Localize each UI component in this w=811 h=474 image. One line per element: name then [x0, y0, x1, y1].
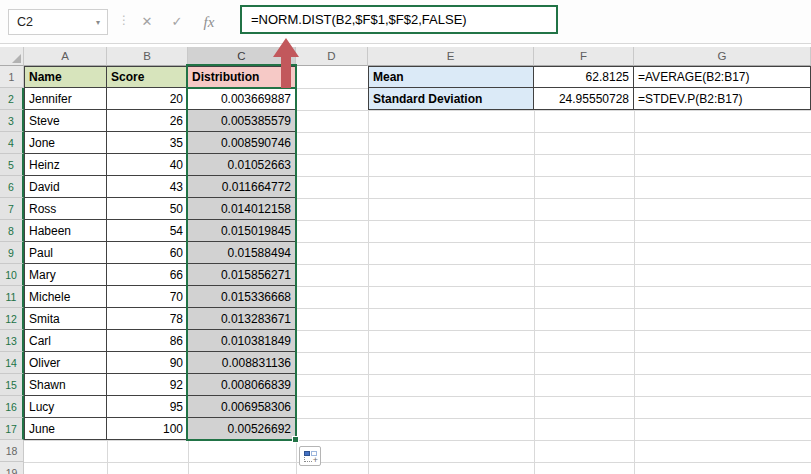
gridline-horizontal — [24, 440, 811, 441]
cell-G1[interactable]: =AVERAGE(B2:B17) — [634, 66, 811, 88]
select-all-triangle-icon — [12, 54, 21, 63]
autofill-plus-icon: + — [313, 456, 318, 465]
cell-F2[interactable]: 24.95550728 — [534, 88, 634, 110]
cell-C7[interactable]: 0.014012158 — [188, 198, 296, 220]
formula-input[interactable]: =NORM.DIST(B2,$F$1,$F$2,FALSE) — [242, 12, 467, 27]
fill-handle[interactable] — [292, 436, 299, 443]
cell-A4[interactable]: Jone — [24, 132, 107, 154]
cell-B7[interactable]: 50 — [107, 198, 188, 220]
cell-A13[interactable]: Carl — [24, 330, 107, 352]
row-header-17[interactable]: 17 — [0, 418, 24, 440]
row-header-5[interactable]: 5 — [0, 154, 24, 176]
cell-C12[interactable]: 0.013283671 — [188, 308, 296, 330]
cell-C14[interactable]: 0.008831136 — [188, 352, 296, 374]
autofill-options-button[interactable]: + — [299, 446, 321, 466]
row-header-4[interactable]: 4 — [0, 132, 24, 154]
cell-A6[interactable]: David — [24, 176, 107, 198]
cell-A17[interactable]: June — [24, 418, 107, 440]
cell-B12[interactable]: 78 — [107, 308, 188, 330]
cell-A11[interactable]: Michele — [24, 286, 107, 308]
cancel-icon[interactable]: ✕ — [135, 10, 159, 34]
row-header-12[interactable]: 12 — [0, 308, 24, 330]
cell-C11[interactable]: 0.015336668 — [188, 286, 296, 308]
cell-A1[interactable]: Name — [24, 66, 107, 88]
cell-B9[interactable]: 60 — [107, 242, 188, 264]
column-header-F[interactable]: F — [534, 47, 634, 66]
row-header-9[interactable]: 9 — [0, 242, 24, 264]
column-header-A[interactable]: A — [24, 47, 107, 66]
row-header-15[interactable]: 15 — [0, 374, 24, 396]
column-header-D[interactable]: D — [296, 47, 368, 66]
autofill-dotted-icon — [304, 457, 312, 462]
cell-C1[interactable]: Distribution — [188, 66, 296, 88]
cell-A10[interactable]: Mary — [24, 264, 107, 286]
excel-window: C2 ▾ ⋮ ✕ ✓ fx =NORM.DIST(B2,$F$1,$F$2,FA… — [0, 0, 811, 474]
cell-C13[interactable]: 0.010381849 — [188, 330, 296, 352]
cell-A2[interactable]: Jennifer — [24, 88, 107, 110]
row-header-16[interactable]: 16 — [0, 396, 24, 418]
cell-B10[interactable]: 66 — [107, 264, 188, 286]
cell-B17[interactable]: 100 — [107, 418, 188, 440]
cell-B14[interactable]: 90 — [107, 352, 188, 374]
cell-A12[interactable]: Smita — [24, 308, 107, 330]
row-header-6[interactable]: 6 — [0, 176, 24, 198]
column-header-C[interactable]: C — [188, 47, 296, 66]
cell-A8[interactable]: Habeen — [24, 220, 107, 242]
cell-B5[interactable]: 40 — [107, 154, 188, 176]
row-header-2[interactable]: 2 — [0, 88, 24, 110]
cell-C17[interactable]: 0.00526692 — [188, 418, 296, 440]
cell-A15[interactable]: Shawn — [24, 374, 107, 396]
cell-B13[interactable]: 86 — [107, 330, 188, 352]
autofill-blue-square-icon — [304, 451, 310, 456]
cell-B4[interactable]: 35 — [107, 132, 188, 154]
insert-function-icon[interactable]: fx — [197, 10, 221, 34]
cell-B8[interactable]: 54 — [107, 220, 188, 242]
cell-B11[interactable]: 70 — [107, 286, 188, 308]
cell-C5[interactable]: 0.01052663 — [188, 154, 296, 176]
cell-B1[interactable]: Score — [107, 66, 188, 88]
cell-B16[interactable]: 95 — [107, 396, 188, 418]
cell-B2[interactable]: 20 — [107, 88, 188, 110]
column-header-B[interactable]: B — [107, 47, 188, 66]
cell-G2[interactable]: =STDEV.P(B2:B17) — [634, 88, 811, 110]
column-header-E[interactable]: E — [368, 47, 534, 66]
cell-E1[interactable]: Mean — [368, 66, 534, 88]
cell-F1[interactable]: 62.8125 — [534, 66, 634, 88]
row-header-18[interactable]: 18 — [0, 440, 24, 462]
cell-A3[interactable]: Steve — [24, 110, 107, 132]
cell-A14[interactable]: Oliver — [24, 352, 107, 374]
enter-icon[interactable]: ✓ — [165, 10, 189, 34]
cell-C8[interactable]: 0.015019845 — [188, 220, 296, 242]
cell-A5[interactable]: Heinz — [24, 154, 107, 176]
select-all-corner[interactable] — [0, 47, 24, 66]
row-header-3[interactable]: 3 — [0, 110, 24, 132]
row-header-8[interactable]: 8 — [0, 220, 24, 242]
row-header-1[interactable]: 1 — [0, 66, 24, 88]
cell-C16[interactable]: 0.006958306 — [188, 396, 296, 418]
cell-E2[interactable]: Standard Deviation — [368, 88, 534, 110]
cell-C3[interactable]: 0.005385579 — [188, 110, 296, 132]
cell-C4[interactable]: 0.008590746 — [188, 132, 296, 154]
gridline-vertical — [368, 66, 369, 474]
name-box[interactable]: C2 ▾ — [8, 9, 108, 35]
row-header-10[interactable]: 10 — [0, 264, 24, 286]
cell-B3[interactable]: 26 — [107, 110, 188, 132]
cell-A7[interactable]: Ross — [24, 198, 107, 220]
active-cell-top-border — [188, 87, 296, 89]
name-box-dropdown-icon[interactable]: ▾ — [96, 18, 107, 27]
row-header-14[interactable]: 14 — [0, 352, 24, 374]
cell-A16[interactable]: Lucy — [24, 396, 107, 418]
cell-C2[interactable]: 0.003669887 — [188, 88, 296, 110]
cell-A9[interactable]: Paul — [24, 242, 107, 264]
cell-B15[interactable]: 92 — [107, 374, 188, 396]
row-header-7[interactable]: 7 — [0, 198, 24, 220]
cell-C15[interactable]: 0.008066839 — [188, 374, 296, 396]
cell-C10[interactable]: 0.015856271 — [188, 264, 296, 286]
row-header-19[interactable]: 19 — [0, 462, 24, 474]
column-header-G[interactable]: G — [634, 47, 811, 66]
row-header-13[interactable]: 13 — [0, 330, 24, 352]
cell-C6[interactable]: 0.011664772 — [188, 176, 296, 198]
row-header-11[interactable]: 11 — [0, 286, 24, 308]
cell-B6[interactable]: 43 — [107, 176, 188, 198]
cell-C9[interactable]: 0.01588494 — [188, 242, 296, 264]
